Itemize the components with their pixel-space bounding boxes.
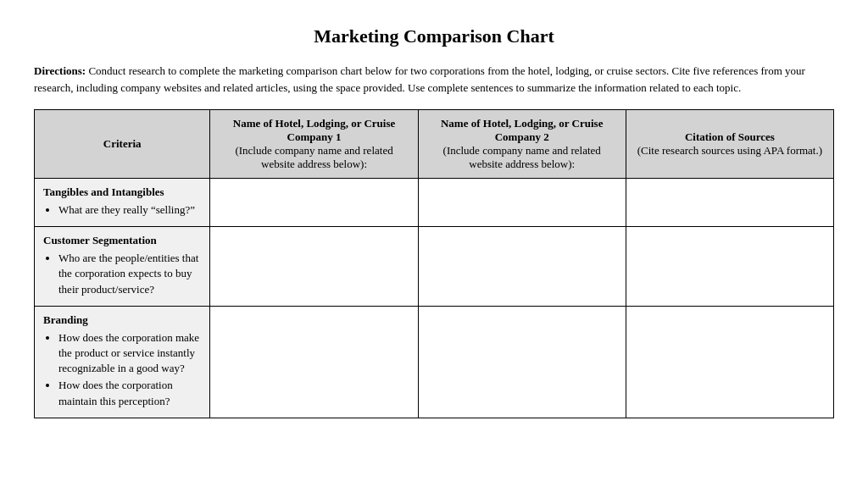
header-citation: Citation of Sources (Cite research sourc…	[626, 110, 833, 179]
criteria-bullets-2: How does the corporation make the produc…	[43, 330, 201, 409]
header-company2: Name of Hotel, Lodging, or Cruise Compan…	[418, 110, 626, 179]
criteria-bullets-0: What are they really “selling?”	[43, 202, 201, 218]
header-criteria: Criteria	[35, 110, 210, 179]
criteria-bullet-2-0: How does the corporation make the produc…	[58, 330, 201, 377]
page-title: Marketing Comparison Chart	[34, 25, 834, 47]
company1-cell-1	[210, 227, 418, 307]
criteria-bullet-0-0: What are they really “selling?”	[58, 202, 201, 218]
directions-text: Conduct research to complete the marketi…	[34, 64, 805, 94]
company1-cell-2	[210, 306, 418, 418]
criteria-cell-0: Tangibles and IntangiblesWhat are they r…	[35, 179, 210, 227]
comparison-table: Criteria Name of Hotel, Lodging, or Crui…	[34, 109, 834, 418]
company2-cell-0	[418, 179, 626, 227]
company2-cell-1	[418, 227, 626, 307]
citation-cell-0	[626, 179, 833, 227]
table-header-row: Criteria Name of Hotel, Lodging, or Crui…	[35, 110, 834, 179]
table-row: BrandingHow does the corporation make th…	[35, 306, 834, 418]
citation-cell-2	[626, 306, 833, 418]
criteria-bullets-1: Who are the people/entities that the cor…	[43, 251, 201, 297]
company2-cell-2	[418, 306, 626, 418]
table-row: Customer SegmentationWho are the people/…	[35, 227, 834, 307]
directions-block: Directions: Conduct research to complete…	[34, 63, 834, 96]
citation-cell-1	[626, 227, 833, 307]
criteria-title-0: Tangibles and Intangibles	[43, 185, 201, 199]
company1-cell-0	[210, 179, 418, 227]
criteria-title-1: Customer Segmentation	[43, 234, 201, 247]
criteria-bullet-2-1: How does the corporation maintain this p…	[58, 378, 201, 408]
criteria-bullet-1-0: Who are the people/entities that the cor…	[58, 251, 201, 297]
header-company1: Name of Hotel, Lodging, or Cruise Compan…	[210, 110, 418, 179]
directions-label: Directions:	[34, 64, 86, 77]
criteria-cell-2: BrandingHow does the corporation make th…	[35, 306, 210, 418]
table-row: Tangibles and IntangiblesWhat are they r…	[35, 179, 834, 227]
criteria-title-2: Branding	[43, 313, 201, 327]
criteria-cell-1: Customer SegmentationWho are the people/…	[35, 227, 210, 307]
